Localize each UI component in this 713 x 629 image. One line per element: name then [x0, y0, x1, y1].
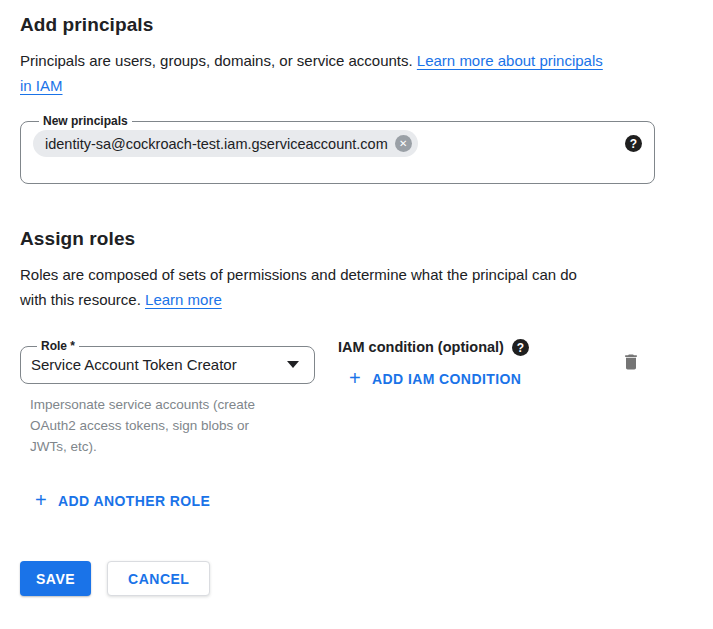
iam-condition-column: IAM condition (optional) ? + ADD IAM CON… [338, 339, 529, 390]
new-principals-field[interactable]: New principals identity-sa@cockroach-tes… [20, 114, 655, 184]
trash-icon [621, 352, 641, 372]
iam-condition-help-icon[interactable]: ? [512, 339, 529, 356]
role-selected-value: Service Account Token Creator [31, 356, 237, 373]
principals-description-text: Principals are users, groups, domains, o… [20, 52, 417, 69]
cancel-button[interactable]: CANCEL [107, 561, 210, 596]
assign-roles-title: Assign roles [20, 226, 693, 252]
iam-condition-label: IAM condition (optional) [338, 339, 504, 356]
save-button[interactable]: SAVE [20, 561, 91, 596]
chevron-down-icon[interactable] [287, 361, 299, 368]
principal-chip[interactable]: identity-sa@cockroach-test.iam.gservicea… [33, 130, 418, 157]
chip-remove-icon[interactable]: ✕ [395, 135, 412, 152]
new-principals-input[interactable]: identity-sa@cockroach-test.iam.gservicea… [33, 130, 642, 157]
delete-role-column [621, 352, 641, 376]
learn-more-principals-link-line2[interactable]: in IAM [20, 77, 63, 94]
new-principals-label: New principals [39, 114, 132, 128]
learn-more-roles-link[interactable]: Learn more [145, 291, 222, 308]
add-principals-panel: Add principals Principals are users, gro… [0, 0, 713, 596]
role-select[interactable]: Role * Service Account Token Creator [20, 339, 315, 384]
add-another-role-button[interactable]: + ADD ANOTHER ROLE [35, 491, 210, 511]
plus-icon: + [35, 490, 47, 510]
delete-role-button[interactable] [621, 352, 641, 372]
principal-chip-label: identity-sa@cockroach-test.iam.gservicea… [45, 136, 388, 152]
plus-icon: + [349, 368, 361, 388]
role-column: Role * Service Account Token Creator Imp… [20, 339, 315, 457]
roles-description: Roles are composed of sets of permission… [20, 262, 680, 312]
add-iam-condition-label: ADD IAM CONDITION [372, 371, 521, 387]
role-help-text: Impersonate service accounts (create OAu… [30, 394, 280, 457]
role-select-value-row[interactable]: Service Account Token Creator [31, 356, 304, 373]
principals-description: Principals are users, groups, domains, o… [20, 48, 680, 98]
roles-description-line2: with this resource. [20, 291, 145, 308]
role-row: Role * Service Account Token Creator Imp… [20, 339, 693, 457]
page-title: Add principals [20, 12, 693, 38]
add-another-role-label: ADD ANOTHER ROLE [58, 493, 210, 509]
roles-description-line1: Roles are composed of sets of permission… [20, 266, 577, 283]
role-select-label: Role * [37, 339, 79, 353]
learn-more-principals-link-line1[interactable]: Learn more about principals [417, 52, 603, 69]
add-iam-condition-button[interactable]: + ADD IAM CONDITION [349, 369, 521, 389]
new-principals-help-icon[interactable]: ? [625, 135, 642, 152]
footer-actions: SAVE CANCEL [20, 561, 693, 596]
